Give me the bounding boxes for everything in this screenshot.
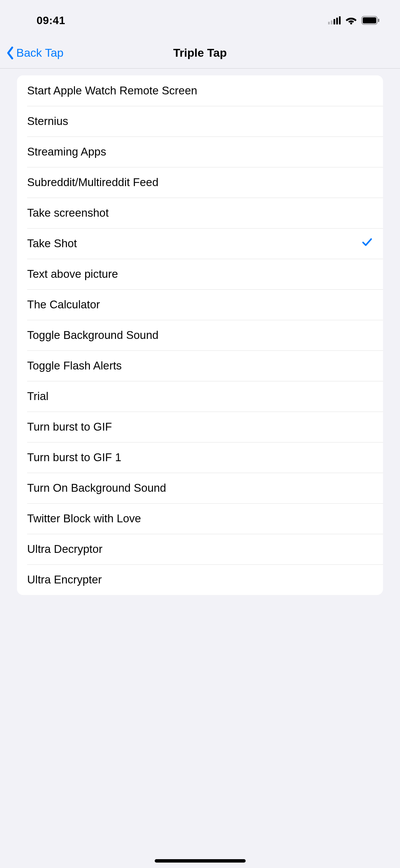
action-list: Start Apple Watch Remote ScreenSterniusS… bbox=[17, 75, 383, 595]
list-item[interactable]: Toggle Flash Alerts bbox=[17, 350, 383, 381]
list-item[interactable]: Start Apple Watch Remote Screen bbox=[17, 75, 383, 106]
home-indicator bbox=[155, 859, 246, 863]
svg-rect-4 bbox=[339, 16, 341, 24]
back-label: Back Tap bbox=[16, 46, 63, 59]
checkmark-icon bbox=[361, 236, 373, 251]
list-item[interactable]: Ultra Decryptor bbox=[17, 534, 383, 564]
list-item-label: Take screenshot bbox=[27, 206, 373, 219]
list-item[interactable]: Take Shot bbox=[17, 228, 383, 259]
list-item[interactable]: Toggle Background Sound bbox=[17, 320, 383, 350]
list-item[interactable]: Turn burst to GIF bbox=[17, 412, 383, 442]
list-item-label: Streaming Apps bbox=[27, 145, 373, 158]
list-item-label: Turn burst to GIF 1 bbox=[27, 451, 373, 464]
list-item-label: Start Apple Watch Remote Screen bbox=[27, 84, 373, 97]
chevron-left-icon bbox=[6, 46, 14, 60]
list-item-label: Ultra Encrypter bbox=[27, 573, 373, 586]
nav-bar: Back Tap Triple Tap bbox=[0, 37, 400, 69]
list-item-label: Text above picture bbox=[27, 268, 373, 281]
svg-rect-8 bbox=[378, 19, 379, 22]
list-item-label: Take Shot bbox=[27, 237, 361, 250]
list-item[interactable]: Sternius bbox=[17, 106, 383, 137]
back-button[interactable]: Back Tap bbox=[0, 46, 63, 60]
svg-point-5 bbox=[350, 22, 352, 24]
svg-rect-7 bbox=[363, 17, 376, 23]
wifi-icon bbox=[346, 16, 357, 24]
list-item[interactable]: Turn burst to GIF 1 bbox=[17, 442, 383, 473]
status-indicators bbox=[328, 13, 380, 25]
list-item[interactable]: Trial bbox=[17, 381, 383, 412]
status-bar: 09:41 bbox=[0, 0, 400, 37]
list-item[interactable]: Text above picture bbox=[17, 259, 383, 289]
list-item[interactable]: Subreddit/Multireddit Feed bbox=[17, 167, 383, 198]
svg-rect-1 bbox=[331, 20, 332, 24]
list-item[interactable]: Ultra Encrypter bbox=[17, 564, 383, 595]
list-item-label: Ultra Decryptor bbox=[27, 543, 373, 556]
list-item-label: Twitter Block with Love bbox=[27, 512, 373, 525]
list-item[interactable]: Take screenshot bbox=[17, 198, 383, 228]
svg-rect-2 bbox=[334, 19, 335, 24]
list-item[interactable]: The Calculator bbox=[17, 289, 383, 320]
list-item-label: Toggle Background Sound bbox=[27, 329, 373, 342]
svg-rect-3 bbox=[336, 18, 338, 24]
list-item[interactable]: Turn On Background Sound bbox=[17, 473, 383, 503]
list-item[interactable]: Streaming Apps bbox=[17, 137, 383, 167]
battery-icon bbox=[361, 16, 380, 25]
cellular-icon bbox=[328, 16, 341, 24]
list-item-label: Subreddit/Multireddit Feed bbox=[27, 176, 373, 189]
list-item-label: Trial bbox=[27, 390, 373, 403]
list-item-label: Toggle Flash Alerts bbox=[27, 359, 373, 372]
list-item-label: Turn On Background Sound bbox=[27, 482, 373, 494]
list-item-label: The Calculator bbox=[27, 298, 373, 311]
list-item[interactable]: Twitter Block with Love bbox=[17, 503, 383, 534]
status-time: 09:41 bbox=[0, 11, 102, 27]
svg-rect-0 bbox=[328, 22, 330, 24]
list-item-label: Turn burst to GIF bbox=[27, 420, 373, 433]
list-item-label: Sternius bbox=[27, 115, 373, 128]
